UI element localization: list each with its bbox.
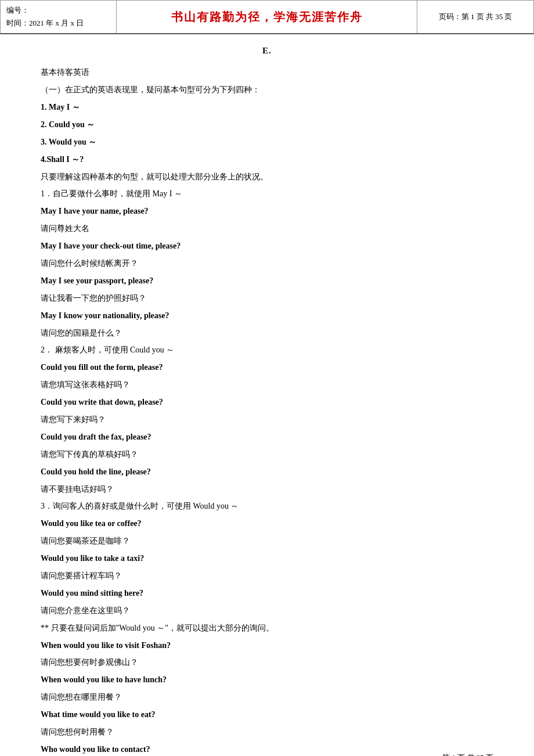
content-line-l25: 请不要挂电话好吗？: [41, 482, 493, 497]
content-line-l9: May I have your name, please?: [41, 204, 493, 219]
content-line-l13: May I see your passport, please?: [41, 273, 493, 289]
content-line-l33: ** 只要在疑问词后加"Would you ～"，就可以提出大部分的询问。: [41, 621, 493, 636]
content-line-l34: When would you like to visit Foshan?: [41, 638, 493, 653]
footer: 第 1 页 共 35 页: [442, 753, 493, 756]
header-right: 页码：第 1 页 共 35 页: [417, 1, 533, 33]
content-line-l7: 只要理解这四种基本的句型，就可以处理大部分业务上的状况。: [41, 170, 493, 185]
content-line-l24: Could you hold the line, please?: [41, 465, 493, 480]
content-line-l39: 请问您想何时用餐？: [41, 725, 493, 740]
content-line-l10: 请问尊姓大名: [41, 221, 493, 236]
content-line-l32: 请问您介意坐在这里吗？: [41, 603, 493, 618]
content-line-l5: 3. Would you ～: [41, 135, 493, 150]
header: 编号： 时间：2021 年 x 月 x 日 书山有路勤为径，学海无涯苦作舟 页码…: [0, 0, 534, 34]
content-line-l27: Would you like tea or coffee?: [41, 516, 493, 531]
content-line-l18: Could you fill out the form, please?: [41, 360, 493, 375]
content-line-l6: 4.Shall I ～?: [41, 152, 493, 167]
content-line-l1: 基本待客英语: [41, 65, 493, 80]
content-line-l3: 1. May I ～: [41, 100, 493, 115]
content-line-l38: What time would you like to eat?: [41, 707, 493, 722]
content-line-l29: Would you like to take a taxi?: [41, 551, 493, 566]
content-line-l15: May I know your nationality, please?: [41, 308, 493, 323]
content-line-l16: 请问您的国籍是什么？: [41, 326, 493, 341]
content-line-l35: 请问您想要何时参观佛山？: [41, 655, 493, 670]
header-code-label: 编号：: [6, 4, 110, 17]
content-line-l20: Could you write that down, please?: [41, 395, 493, 410]
content-line-l2: （一）在正式的英语表现里，疑问基本句型可分为下列四种：: [41, 82, 493, 98]
header-left: 编号： 时间：2021 年 x 月 x 日: [1, 1, 117, 33]
header-center: 书山有路勤为径，学海无涯苦作舟: [117, 1, 417, 33]
content-line-l21: 请您写下来好吗？: [41, 412, 493, 427]
main-content: E. 基本待客英语（一）在正式的英语表现里，疑问基本句型可分为下列四种：1. M…: [0, 46, 534, 756]
content-line-l31: Would you mind sitting here?: [41, 586, 493, 601]
content-line-l14: 请让我看一下您的护照好吗？: [41, 291, 493, 306]
content-line-l19: 请您填写这张表格好吗？: [41, 377, 493, 393]
header-date-label: 时间：2021 年 x 月 x 日: [6, 17, 110, 30]
content-line-l11: May I have your check-out time, please?: [41, 239, 493, 254]
content-line-l22: Could you draft the fax, please?: [41, 430, 493, 445]
content-line-l37: 请问您想在哪里用餐？: [41, 690, 493, 705]
page-wrapper: 编号： 时间：2021 年 x 月 x 日 书山有路勤为径，学海无涯苦作舟 页码…: [0, 0, 534, 756]
content-line-l30: 请问您要搭计程车吗？: [41, 568, 493, 584]
header-page-info: 页码：第 1 页 共 35 页: [439, 12, 513, 22]
section-title: E.: [41, 46, 493, 56]
content-line-l8: 1．自己要做什么事时，就使用 May I ～: [41, 186, 493, 201]
content-line-l23: 请您写下传真的草稿好吗？: [41, 447, 493, 462]
content-line-l36: When would you like to have lunch?: [41, 672, 493, 687]
lines-container: 基本待客英语（一）在正式的英语表现里，疑问基本句型可分为下列四种：1. May …: [41, 65, 493, 756]
content-line-l28: 请问您要喝茶还是咖啡？: [41, 534, 493, 549]
content-line-l17: 2． 麻烦客人时，可使用 Could you ～: [41, 343, 493, 358]
content-line-l40: Who would you like to contact?: [41, 742, 493, 756]
content-line-l12: 请问您什么时候结帐离开？: [41, 256, 493, 271]
footer-page-info: 第 1 页 共 35 页: [442, 753, 493, 756]
content-line-l4: 2. Could you ～: [41, 117, 493, 132]
header-motto: 书山有路勤为径，学海无涯苦作舟: [171, 9, 363, 25]
content-line-l26: 3．询问客人的喜好或是做什么时，可使用 Would you ～: [41, 499, 493, 514]
